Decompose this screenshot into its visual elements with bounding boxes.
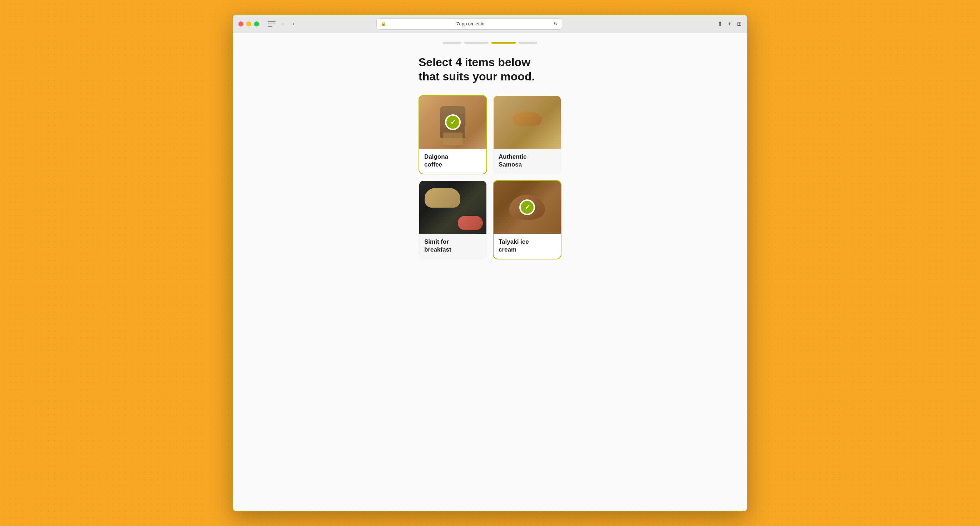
food-grid: ✓ Dalgona coffee Authentic Samos	[418, 95, 562, 259]
food-card-image-wrapper-taiyaki: ✓	[493, 181, 561, 234]
food-card-dalgona[interactable]: ✓ Dalgona coffee	[418, 95, 487, 174]
check-icon-taiyaki: ✓	[521, 201, 534, 214]
food-card-image-wrapper-dalgona: ✓	[419, 96, 487, 149]
tab-overview-button[interactable]: ⊞	[737, 21, 741, 27]
new-tab-button[interactable]: +	[728, 21, 731, 27]
refresh-button[interactable]: ↻	[554, 21, 558, 27]
browser-window: ‹ › 🔒 f7app.omlet.io ↻ ⬆ + ⊞ Select 4 it…	[233, 15, 747, 511]
page-heading: Select 4 items below that suits your moo…	[418, 55, 562, 84]
close-button[interactable]	[239, 21, 243, 27]
food-card-samosa[interactable]: Authentic Samosa	[493, 95, 562, 174]
url-text: f7app.omlet.io	[388, 21, 552, 27]
selected-check-taiyaki: ✓	[519, 199, 535, 215]
food-card-image-wrapper-samosa	[493, 96, 561, 149]
food-card-image-wrapper-simit	[419, 181, 487, 234]
address-bar[interactable]: 🔒 f7app.omlet.io ↻	[376, 18, 562, 30]
minimize-button[interactable]	[246, 21, 251, 27]
lock-icon: 🔒	[381, 21, 386, 26]
selected-check-dalgona: ✓	[445, 114, 461, 130]
browser-actions: ⬆ + ⊞	[718, 21, 741, 27]
food-card-taiyaki[interactable]: ✓ Taiyaki ice cream	[493, 180, 562, 259]
food-label-simit: Simit for breakfast	[419, 234, 487, 259]
page-content: Select 4 items below that suits your moo…	[233, 33, 747, 511]
food-image-samosa	[493, 96, 561, 149]
progress-step-3	[492, 42, 516, 44]
progress-step-4	[519, 42, 537, 44]
progress-indicator	[418, 33, 562, 55]
traffic-lights	[239, 21, 259, 27]
progress-step-1	[443, 42, 461, 44]
browser-toolbar: ‹ › 🔒 f7app.omlet.io ↻ ⬆ + ⊞	[233, 15, 747, 33]
sidebar-toggle-button[interactable]	[268, 21, 275, 27]
forward-button[interactable]: ›	[290, 19, 296, 29]
food-label-samosa: Authentic Samosa	[493, 149, 561, 174]
food-label-dalgona: Dalgona coffee	[419, 149, 487, 174]
food-card-simit[interactable]: Simit for breakfast	[418, 180, 487, 259]
share-button[interactable]: ⬆	[718, 21, 722, 27]
app-container: Select 4 items below that suits your moo…	[411, 33, 569, 511]
progress-step-2	[464, 42, 488, 44]
back-button[interactable]: ‹	[280, 19, 286, 29]
food-label-taiyaki: Taiyaki ice cream	[493, 234, 561, 259]
fullscreen-button[interactable]	[254, 21, 259, 27]
food-image-simit	[419, 181, 487, 234]
check-icon-dalgona: ✓	[446, 116, 459, 129]
